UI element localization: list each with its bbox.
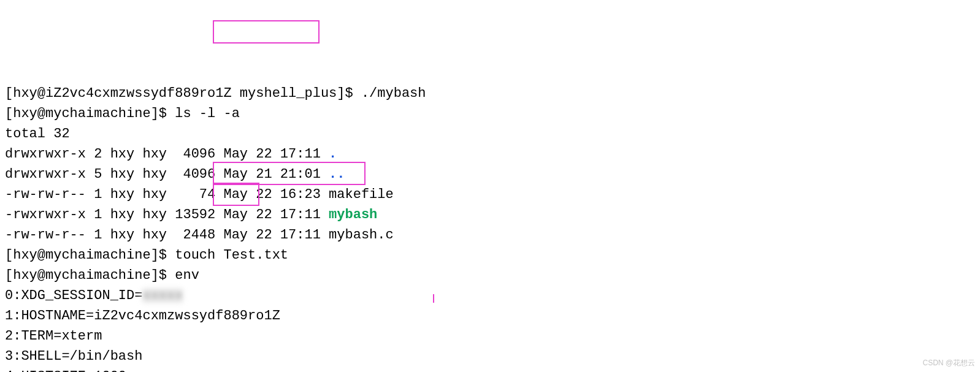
env-line: 4:HISTSIZE=1000 bbox=[5, 366, 975, 372]
prompt-line-2: [hxy@mychaimachine]$ ls -l -a bbox=[5, 104, 975, 124]
ls-row: drwxrwxr-x 2 hxy hxy 4096 May 22 17:11 . bbox=[5, 144, 975, 164]
ls-row: -rw-rw-r-- 1 hxy hxy 2448 May 22 17:11 m… bbox=[5, 225, 975, 245]
env-line: 1:HOSTNAME=iZ2vc4cxmzwssydf889ro1Z bbox=[5, 306, 975, 326]
watermark: CSDN @花想云 bbox=[922, 357, 975, 368]
ls-filename: .. bbox=[329, 167, 345, 182]
cursor-mark bbox=[433, 294, 434, 303]
prompt-line-4: [hxy@mychaimachine]$ env bbox=[5, 265, 975, 286]
ls-filename: makefile bbox=[329, 187, 394, 202]
env-value-redacted: xxxxx bbox=[142, 288, 183, 303]
env-line: 2:TERM=xterm bbox=[5, 326, 975, 346]
ls-row: -rwxrwxr-x 1 hxy hxy 13592 May 22 17:11 … bbox=[5, 205, 975, 225]
ls-filename: mybash bbox=[329, 207, 377, 222]
ls-filename: mybash.c bbox=[329, 227, 394, 243]
terminal-output: [hxy@iZ2vc4cxmzwssydf889ro1Z myshell_plu… bbox=[5, 83, 975, 372]
env-line: 3:SHELL=/bin/bash bbox=[5, 346, 975, 366]
ls-filename: . bbox=[329, 146, 337, 162]
prompt-line-3: [hxy@mychaimachine]$ touch Test.txt bbox=[5, 245, 975, 265]
env-line: 0:XDG_SESSION_ID=xxxxx bbox=[5, 286, 975, 306]
ls-row: drwxrwxr-x 5 hxy hxy 4096 May 21 21:01 .… bbox=[5, 164, 975, 184]
ls-row: -rw-rw-r-- 1 hxy hxy 74 May 22 16:23 mak… bbox=[5, 184, 975, 205]
ls-total: total 32 bbox=[5, 124, 975, 144]
prompt-line-1: [hxy@iZ2vc4cxmzwssydf889ro1Z myshell_plu… bbox=[5, 83, 975, 104]
highlight-box bbox=[213, 20, 320, 44]
